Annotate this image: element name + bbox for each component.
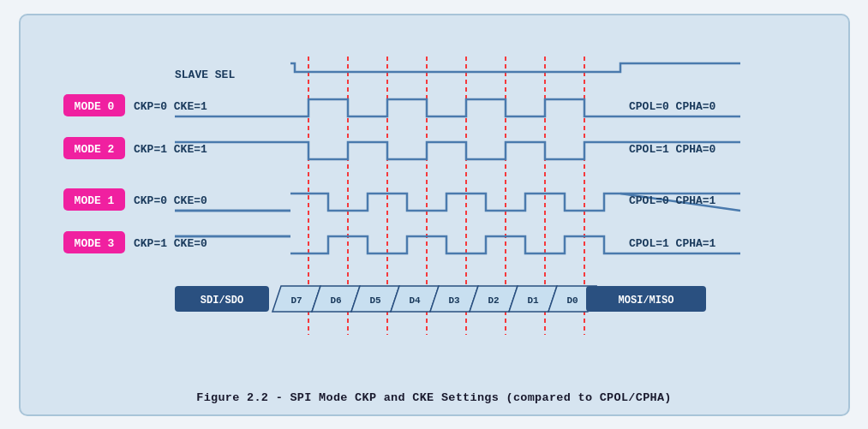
figure-caption: Figure 2.2 - SPI Mode CKP and CKE Settin…	[38, 391, 831, 404]
svg-text:MOSI/MISO: MOSI/MISO	[618, 295, 673, 307]
svg-text:D2: D2	[488, 295, 499, 306]
svg-text:CKP=1  CKE=0: CKP=1 CKE=0	[134, 237, 207, 250]
svg-text:MODE 3: MODE 3	[74, 237, 114, 250]
slave-sel-label: SLAVE SEL	[175, 69, 235, 81]
svg-text:CPOL=1  CPHA=0: CPOL=1 CPHA=0	[629, 143, 716, 156]
outer-container: .mono { font-family: 'Courier New', mono…	[19, 14, 850, 416]
svg-text:D1: D1	[527, 295, 539, 306]
svg-text:D5: D5	[369, 295, 381, 306]
svg-text:MODE 2: MODE 2	[74, 143, 114, 156]
svg-text:CKP=0  CKE=1: CKP=0 CKE=1	[134, 100, 207, 113]
svg-text:SDI/SDO: SDI/SDO	[200, 295, 242, 307]
svg-container: .mono { font-family: 'Courier New', mono…	[38, 31, 831, 383]
svg-text:D7: D7	[290, 295, 302, 306]
diagram-area: .mono { font-family: 'Courier New', mono…	[38, 31, 831, 383]
svg-text:D4: D4	[409, 295, 421, 306]
svg-text:D6: D6	[330, 295, 341, 306]
svg-text:D0: D0	[566, 295, 578, 306]
svg-text:MODE 1: MODE 1	[74, 194, 114, 207]
svg-text:CKP=0  CKE=0: CKP=0 CKE=0	[134, 194, 207, 207]
svg-text:D3: D3	[448, 295, 460, 306]
svg-text:CPOL=1  CPHA=1: CPOL=1 CPHA=1	[629, 237, 716, 250]
svg-text:CKP=1  CKE=1: CKP=1 CKE=1	[134, 143, 207, 156]
svg-text:CPOL=0  CPHA=1: CPOL=0 CPHA=1	[629, 194, 716, 207]
svg-text:MODE 0: MODE 0	[74, 100, 114, 113]
svg-text:CPOL=0  CPHA=0: CPOL=0 CPHA=0	[629, 100, 716, 113]
